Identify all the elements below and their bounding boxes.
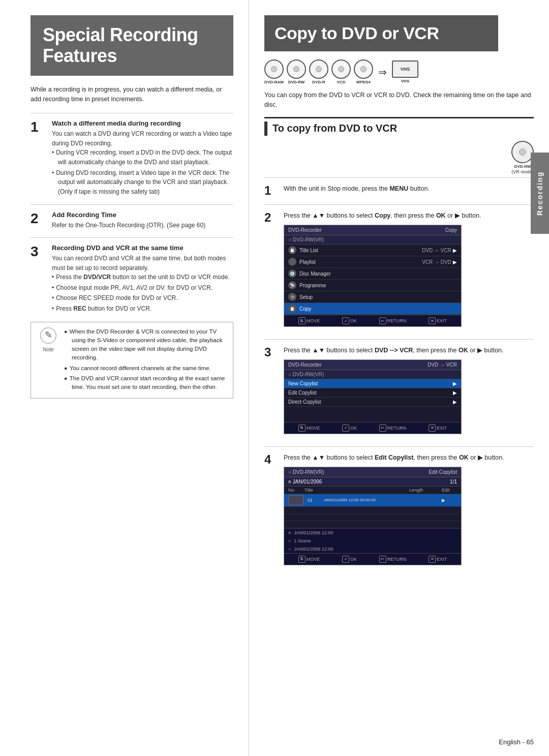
left-column: Special Recording Features While a recor… (0, 0, 249, 756)
step-2-body: Refer to the One-Touch Recording (OTR). … (52, 221, 233, 230)
copylist-sub-right: 1/1 (450, 479, 457, 485)
footer-exit: ✕ EXIT (429, 317, 447, 324)
right-column: Copy to DVD or VCR DVD-RAM DVD-RW DVD-R … (249, 0, 549, 756)
step-2-body-text: Refer to the One-Touch Recording (OTR). … (52, 221, 233, 230)
mpeg4-icon-box: MPEG4 (354, 59, 373, 84)
copylist-spacer-3 (284, 521, 461, 528)
footer-move: ⇅ MOVE (298, 317, 320, 324)
vcd-icon-box: VCD (331, 59, 351, 84)
step-2-title: Add Recording Time (52, 211, 233, 219)
step-3-bullet-1: Press the DVD/VCR button to set the unit… (52, 273, 233, 282)
menu-item-title-list: 📋 Title List DVD ↔ VCR ▶ (284, 245, 461, 256)
footer2-move: ⇅ MOVE (298, 425, 320, 432)
footer3-return: ↩ RETURN (379, 556, 407, 563)
note-content: When the DVD Recorder & VCR is connected… (65, 327, 227, 394)
note-item-1: When the DVD Recorder & VCR is connected… (65, 327, 227, 362)
menu-item-programme: 📡 Programme (284, 280, 461, 291)
right-step-4-content: Press the ▲▼ buttons to select Edit Copy… (284, 453, 534, 570)
copylist-info-3: ○ JAN/01/2006 12:00 (284, 545, 461, 553)
playlist-value: VCR → DVD ▶ (422, 259, 457, 265)
right-step-2-text: Press the ▲▼ buttons to select Copy, the… (284, 211, 534, 221)
right-step-3-content: Press the ▲▼ buttons to select DVD --> V… (284, 346, 534, 439)
info-text-2: 1 Scene (294, 538, 311, 543)
menu-item-copy: 📋 Copy (284, 303, 461, 315)
step-3-number: 3 (30, 244, 47, 315)
left-title-line1: Special Recording (43, 24, 198, 45)
step-2-content: Add Recording Time Refer to the One-Touc… (52, 211, 233, 230)
step-3-body-text: You can record DVD and VCR at the same t… (52, 254, 233, 273)
right-step-3-text: Press the ▲▼ buttons to select DVD --> V… (284, 346, 534, 355)
footer3-move: ⇅ MOVE (298, 556, 320, 563)
new-copylist-label: New Copylist (288, 381, 450, 386)
step-3-title: Recording DVD and VCR at the same time (52, 244, 233, 252)
vhs-icon-box: VHS VHS (392, 61, 418, 83)
footer2-ok: ✓ OK (342, 425, 357, 432)
right-step-1-text: With the unit in Stop mode, press the ME… (284, 184, 534, 194)
playlist-label: Playlist (299, 259, 419, 265)
menu-empty-space (284, 407, 461, 422)
page-footer: English - 65 (499, 738, 534, 746)
menu-item-playlist: 🎵 Playlist VCR → DVD ▶ (284, 256, 461, 268)
copylist-header: ○ DVD-RW(VR) Edit Copylist (284, 467, 461, 477)
right-title: Copy to DVD or VCR (274, 23, 488, 43)
copy-label: Copy (299, 306, 457, 312)
right-step-4-num: 4 (264, 453, 279, 570)
menu-header-1: DVD-Recorder Copy (284, 225, 461, 235)
left-title: Special Recording Features (43, 24, 221, 67)
copylist-info-1: ≡ JAN/01/2006 12:00 (284, 528, 461, 537)
sub-section-bar (264, 122, 267, 136)
note-label: Note (43, 346, 53, 353)
step-1-bullet-1: During VCR recording, insert a DVD in th… (52, 148, 233, 167)
title-list-icon: 📋 (288, 246, 296, 254)
step-3-bullet-2: Choose input mode PR, AV1, AV2 or DV. fo… (52, 283, 233, 293)
row1-no: 01 (308, 498, 322, 503)
menu-item-edit-copylist: Edit Copylist ▶ (284, 388, 461, 398)
right-step-2: 2 Press the ▲▼ buttons to select Copy, t… (264, 204, 534, 332)
info-icon-3: ○ (288, 547, 291, 552)
footer2-return: ↩ RETURN (379, 425, 407, 432)
menu-item-new-copylist: New Copylist ▶ (284, 379, 461, 388)
right-step-2-num: 2 (264, 211, 279, 332)
menu-sub-header-1: ○ DVD-RW(VR) (284, 235, 461, 245)
dvd-r-label: DVD-R (312, 80, 325, 84)
right-step-2-content: Press the ▲▼ buttons to select Copy, the… (284, 211, 534, 332)
menu-footer-1: ⇅ MOVE ✓ OK ↩ RETURN ✕ E (284, 315, 461, 326)
menu-sub-header-2: ○ DVD-RW(VR) (284, 370, 461, 379)
right-step-3: 3 Press the ▲▼ buttons to select DVD -->… (264, 339, 534, 439)
direct-copylist-label: Direct Copylist (288, 399, 450, 405)
disc-manager-icon: 💿 (288, 269, 296, 278)
step-3-bullets: Press the DVD/VCR button to set the unit… (52, 273, 233, 313)
copylist-header-right: Edit Copylist (429, 469, 457, 475)
note-icon-area: ✎ Note (37, 327, 59, 394)
row1-title: JAN/01/2006 12:00 00:00:05 (324, 498, 407, 502)
menu-item-direct-copylist: Direct Copylist ▶ (284, 398, 461, 407)
dvd-ram-icon-box: DVD-RAM (264, 59, 284, 84)
footer2-exit: ✕ EXIT (429, 425, 447, 432)
copylist-sub-left: ≡ JAN/01/2006 (288, 479, 322, 485)
menu-item-disc-manager: 💿 Disc Manager (284, 268, 461, 280)
programme-label: Programme (299, 283, 457, 288)
copylist-sub: ≡ JAN/01/2006 1/1 (284, 477, 461, 487)
vhs-label: VHS (401, 79, 409, 83)
step-2-number: 2 (30, 211, 47, 230)
menu-copy-mockup: DVD-Recorder Copy ○ DVD-RW(VR) 📋 Title L… (284, 225, 462, 327)
row1-thumbnail (288, 495, 303, 505)
step-3-content: Recording DVD and VCR at the same time Y… (52, 244, 233, 315)
menu-header-right-2: DVD → VCR (428, 362, 457, 368)
note-item-3: The DVD and VCR cannot start recording a… (65, 374, 227, 392)
dvd-r-icon-box: DVD-R (309, 59, 328, 84)
mpeg4-label: MPEG4 (356, 80, 371, 84)
note-box: ✎ Note When the DVD Recorder & VCR is co… (30, 322, 233, 399)
copylist-info-2: ○ 1 Scene (284, 537, 461, 545)
mpeg4-disc (354, 59, 373, 79)
vhs-box: VHS (392, 61, 418, 78)
edit-copylist-mockup: ○ DVD-RW(VR) Edit Copylist ≡ JAN/01/2006… (284, 467, 462, 565)
col-title-header: Title (304, 488, 407, 493)
dvd-rw-label: DVD-RW (288, 80, 305, 84)
menu-footer-2: ⇅ MOVE ✓ OK ↩ RETURN ✕ E (284, 422, 461, 434)
footer-return: ↩ RETURN (379, 317, 407, 324)
step-1-bullets: During VCR recording, insert a DVD in th… (52, 148, 233, 196)
note-icon: ✎ (40, 327, 56, 344)
dvd-rw-icon-box: DVD-RW (287, 59, 306, 84)
right-step-3-num: 3 (264, 346, 279, 439)
